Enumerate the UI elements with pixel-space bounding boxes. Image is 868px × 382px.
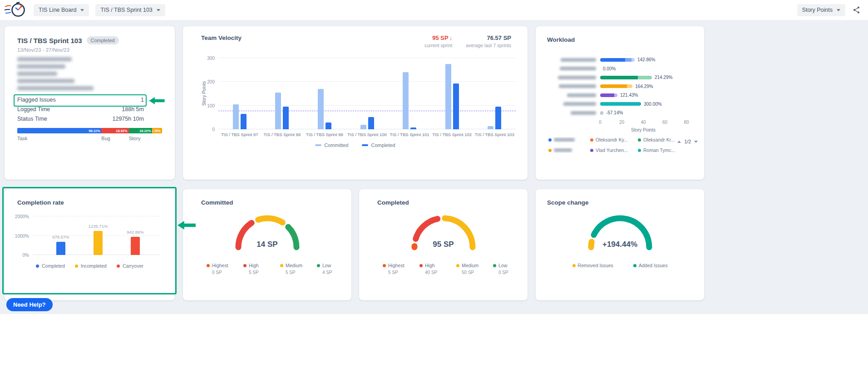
legend-pagination: 1/2	[677, 139, 698, 144]
legend-dot	[383, 264, 386, 267]
workload-row: 0.00%	[547, 64, 700, 73]
workload-assignee-name	[547, 102, 600, 106]
workload-percent-label: 214.29%	[655, 75, 672, 80]
scope-change-card: Scope change +194.44% Removed IssuesAdde…	[536, 189, 704, 300]
velocity-bar-completed	[283, 107, 289, 129]
bar-value-label: 678.57%	[47, 235, 74, 240]
sprint-title: TIS / TBS Sprint 103	[17, 37, 82, 44]
redacted-text	[17, 86, 94, 90]
legend-dot	[493, 264, 496, 267]
workload-bar-segment	[600, 58, 625, 62]
y-tick-label: 0%	[23, 253, 29, 258]
dashboard-content: TIS / TBS Sprint 103 Completed 13/Nov/23…	[0, 20, 868, 314]
redacted-text	[17, 64, 65, 69]
legend-value: 0 SP	[212, 270, 243, 275]
legend-label: High	[425, 263, 435, 268]
stat-label: Flagged Issues	[17, 97, 56, 103]
share-icon[interactable]	[853, 6, 861, 14]
x-axis-label: Story Points	[600, 127, 686, 132]
chevron-down-icon[interactable]	[694, 141, 698, 143]
legend-item-completed[interactable]: Completed	[36, 263, 65, 269]
annotation-arrow-flagged-issues	[148, 97, 165, 105]
segment-percent-label: 6.75%	[152, 129, 162, 133]
workload-title: Workload	[547, 36, 575, 43]
chevron-up-icon[interactable]	[677, 141, 681, 143]
workload-bar-segment	[600, 84, 627, 88]
workload-row: -57.14%	[547, 108, 700, 118]
topbar-right: Story Points	[797, 4, 868, 16]
bar-value-label: 1235.71%	[84, 224, 112, 229]
unit-select[interactable]: Story Points	[797, 4, 845, 16]
velocity-bar-completed	[453, 83, 459, 129]
issue-type-labels: TaskBugStory	[17, 136, 162, 143]
legend-value: 4 SP	[322, 270, 354, 275]
workload-bar: -57.14%	[600, 111, 700, 115]
legend-dot	[36, 264, 39, 268]
completed-gauge-value: 95 SP	[359, 240, 528, 249]
bar-value-label: 942.86%	[122, 230, 149, 235]
y-tick-label: 300	[207, 56, 215, 61]
legend-item[interactable]: Oleksandr Ky...	[590, 137, 638, 142]
legend-item-highest: Highest5 SP	[383, 263, 419, 275]
redacted-text	[563, 102, 596, 106]
sprint-stat-row: Flagged Issues1	[17, 95, 162, 104]
legend-dot	[633, 264, 636, 267]
workload-row: 142.86%	[547, 55, 700, 64]
legend-value: 5 SP	[249, 270, 280, 275]
app-logo-icon	[4, 0, 27, 20]
sprint-stat-row: Logged Time188h 5m	[17, 104, 162, 114]
need-help-button[interactable]: Need Help?	[6, 298, 53, 311]
workload-row: 121.43%	[547, 91, 700, 100]
sprint-select[interactable]: TIS / TBS Sprint 103	[95, 4, 165, 16]
legend-item[interactable]: Roman Tymc...	[638, 147, 686, 153]
legend-item[interactable]	[548, 137, 590, 142]
legend-item-added-issues: Added Issues	[633, 263, 668, 268]
workload-bar-segment	[600, 111, 603, 115]
workload-x-axis: 020406080	[600, 120, 686, 126]
completion-rate-chart: 0%1000%2000%678.57%1235.71%942.86%	[33, 216, 160, 255]
legend-dot	[638, 149, 641, 152]
legend-item[interactable]: Vlad Yurchen...	[590, 147, 638, 153]
legend-label: Oleksandr Ky...	[596, 137, 628, 142]
workload-percent-label: 300.00%	[644, 102, 661, 107]
legend-item-completed[interactable]: Completed	[362, 142, 395, 148]
workload-bar: 300.00%	[600, 102, 700, 106]
legend-dot	[638, 138, 641, 142]
legend-label: Removed Issues	[578, 263, 613, 268]
redacted-text	[567, 93, 596, 97]
workload-bar-segment	[627, 84, 632, 88]
redacted-text	[560, 67, 596, 70]
workload-assignee-name	[547, 67, 600, 70]
legend-item-highest: Highest0 SP	[207, 263, 243, 275]
workload-percent-label: 121.43%	[620, 93, 638, 98]
issue-type-label: Story	[129, 136, 141, 141]
team-velocity-card: Team Velocity 95 SP↓ current sprint 76.5…	[183, 26, 528, 180]
x-tick-label: 60	[662, 120, 667, 125]
arrow-down-icon: ↓	[449, 34, 453, 41]
workload-bar-segment	[614, 93, 617, 97]
legend-item-carryover[interactable]: Carryover	[117, 263, 143, 269]
legend-dot	[548, 138, 552, 142]
legend-dot	[572, 264, 576, 267]
x-tick-label: 40	[641, 120, 646, 125]
legend-label: Medium	[286, 263, 302, 268]
sprint-stat-rows: Flagged Issues1Logged Time188h 5mStatus …	[17, 95, 162, 123]
redacted-text	[559, 84, 596, 88]
stat-value: 188h 5m	[122, 106, 144, 113]
legend-item-incompleted[interactable]: Incompleted	[75, 263, 107, 269]
x-tick-label: 20	[619, 120, 624, 125]
legend-item[interactable]	[548, 147, 590, 153]
legend-label: Carryover	[123, 263, 143, 269]
board-select[interactable]: TIS Line Board	[34, 4, 89, 16]
y-axis-label: Story Points	[202, 81, 207, 106]
legend-label: Completed	[42, 263, 65, 269]
segment-percent-label: 16.22%	[139, 129, 152, 133]
redacted-text	[17, 79, 74, 83]
legend-row: Highest	[207, 263, 243, 268]
legend-item-committed[interactable]: Committed	[315, 142, 348, 148]
legend-label: Highest	[212, 263, 228, 268]
velocity-title: Team Velocity	[201, 34, 242, 41]
average-stat: 76.57 SP average last 7 sprints	[466, 34, 511, 48]
legend-label: Vlad Yurchen...	[596, 147, 628, 153]
legend-row: High	[419, 263, 456, 268]
